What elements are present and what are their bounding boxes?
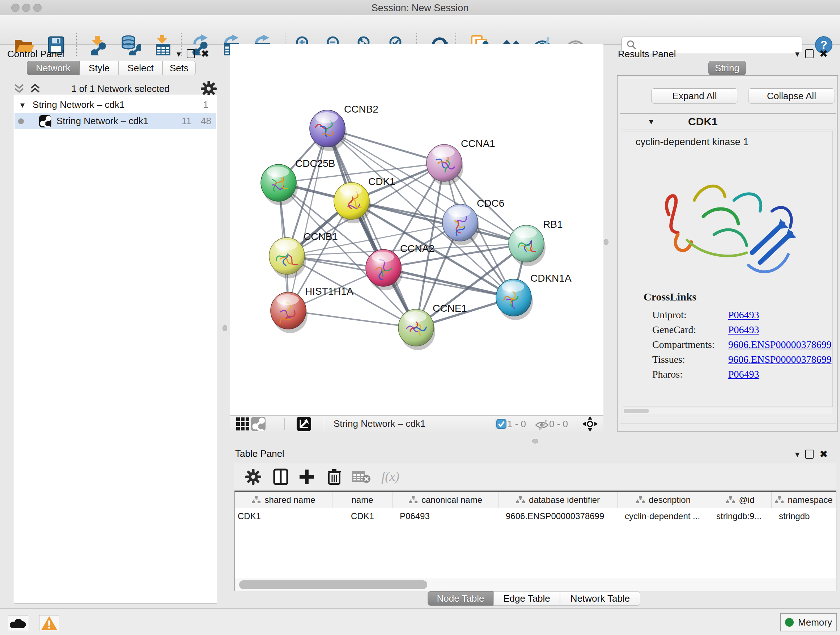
memory-button[interactable]: Memory	[780, 613, 837, 631]
column-header-database-identifier[interactable]: database identifier	[499, 492, 617, 508]
node-CCNB1[interactable]: CCNB1	[269, 231, 338, 279]
protein-header[interactable]: ▾ CDK1	[620, 114, 836, 130]
tab-edge-table[interactable]: Edge Table	[493, 591, 560, 606]
grid-view-icon[interactable]	[236, 417, 249, 431]
cloud-button[interactable]	[8, 615, 28, 631]
control-panel-title: Control Panel	[7, 49, 65, 60]
titlebar: Session: New Session	[0, 0, 840, 16]
network-collection-row[interactable]: ▾String Network – cdk11	[14, 97, 216, 113]
node-CDC6[interactable]: CDC6	[442, 198, 504, 245]
node-label-CCNA1: CCNA1	[461, 138, 495, 149]
close-panel-icon[interactable]: ✖	[819, 48, 828, 60]
column-header-namespace[interactable]: namespace	[772, 492, 836, 508]
shared-column-icon	[726, 496, 735, 504]
shared-column-icon	[516, 496, 525, 504]
column-label: shared name	[264, 495, 315, 505]
horizontal-splitter-handle[interactable]	[532, 439, 538, 443]
selected-checkbox-icon[interactable]	[496, 419, 507, 429]
birdseye-icon[interactable]	[583, 416, 598, 432]
column-header--id[interactable]: @id	[709, 492, 772, 508]
cytoscape-window: Session: New Session ? Control Panel ▾ ✖…	[0, 0, 840, 635]
crosslink-value[interactable]: 9606.ENSP00000378699	[728, 354, 831, 365]
network-tree: ▾String Network – cdk11String Network – …	[14, 95, 217, 604]
main-toolbar: ?	[0, 15, 840, 44]
crosslink-label: Uniprot:	[652, 309, 728, 321]
expand-collapse-box: Expand All Collapse All	[620, 78, 836, 113]
detach-view-icon[interactable]	[297, 417, 311, 431]
svg-text:f(x): f(x)	[381, 469, 399, 484]
node-label-HIST1H1A: HIST1H1A	[305, 286, 354, 297]
collapse-all-icon[interactable]	[14, 83, 25, 94]
toolbar-separator	[496, 418, 496, 430]
results-panel: Results Panel ▾ ✖ String Expand All Coll…	[614, 44, 840, 432]
node-HIST1H1A[interactable]: HIST1H1A	[271, 286, 354, 333]
close-panel-icon[interactable]: ✖	[819, 448, 828, 460]
edge-CCNB2-CCNE1[interactable]	[327, 128, 416, 328]
edge-HIST1H1A-CCNE1[interactable]	[288, 310, 416, 328]
crosslink-label: GeneCard:	[652, 324, 728, 336]
crosslink-value[interactable]: P06493	[728, 369, 759, 380]
float-panel-icon[interactable]	[805, 450, 813, 459]
tab-network-table[interactable]: Network Table	[560, 591, 640, 606]
collapse-all-button[interactable]: Collapse All	[748, 88, 835, 103]
network-view-title: String Network – cdk1	[333, 418, 425, 429]
node-CDKN1A[interactable]: CDKN1A	[496, 272, 572, 320]
delete-column-button[interactable]	[324, 468, 345, 486]
network-selection-bar: 1 of 1 Network selected	[14, 82, 217, 95]
column-header-shared-name[interactable]: shared name	[235, 492, 332, 508]
edge-CCNA2-CDKN1A[interactable]	[384, 268, 514, 298]
tab-network[interactable]: Network	[27, 61, 80, 75]
edge-count: 48	[201, 116, 211, 127]
crosslink-value[interactable]: 9606.ENSP00000378699	[728, 339, 831, 350]
node-CDK1[interactable]: CDK1	[334, 176, 395, 223]
tab-select[interactable]: Select	[118, 61, 163, 75]
network-row-selected[interactable]: String Network – cdk11148	[14, 113, 216, 129]
column-header-name[interactable]: name	[332, 492, 393, 508]
crosslink-value[interactable]: P06493	[728, 324, 759, 336]
collapse-tree-icon[interactable]: ▾	[20, 100, 25, 110]
collapse-panel-icon[interactable]: ▾	[795, 449, 799, 459]
tab-sets[interactable]: Sets	[163, 61, 196, 75]
network-label: String Network – cdk1	[57, 116, 148, 127]
column-header-canonical-name[interactable]: canonical name	[393, 492, 499, 508]
column-header-description[interactable]: description	[617, 492, 709, 508]
expand-all-icon[interactable]	[30, 83, 41, 94]
vertical-splitter-handle[interactable]	[223, 325, 227, 331]
table-row[interactable]: CDK1CDK1P064939606.ENSP00000378699cyclin…	[235, 508, 836, 524]
collapse-panel-icon[interactable]: ▾	[177, 49, 181, 59]
crosslink-row: Compartments:9606.ENSP00000378699	[652, 337, 826, 352]
results-splitter-handle[interactable]	[604, 239, 608, 245]
expand-all-button[interactable]: Expand All	[651, 88, 738, 103]
protein-details: cyclin-dependent kinase 1 CrossLinks Uni…	[623, 131, 833, 407]
tab-node-table[interactable]: Node Table	[428, 591, 493, 606]
collapse-section-icon[interactable]: ▾	[649, 117, 653, 127]
float-panel-icon[interactable]	[805, 49, 813, 58]
collapse-panel-icon[interactable]: ▾	[795, 49, 799, 59]
table-hscrollbar[interactable]	[235, 578, 836, 591]
node-label-CDKN1A: CDKN1A	[531, 272, 572, 284]
add-column-button[interactable]	[296, 468, 317, 486]
close-panel-icon[interactable]: ✖	[201, 48, 209, 60]
network-canvas[interactable]: CCNB2CCNA1CDC25BCDK1CDC6RB1CCNB1CCNA2CDK…	[230, 44, 603, 415]
crosslink-value[interactable]: P06493	[728, 309, 759, 321]
table-cell: CDK1	[332, 508, 393, 524]
tab-style[interactable]: Style	[80, 61, 118, 75]
collection-count: 1	[203, 99, 208, 111]
warnings-button[interactable]	[39, 615, 59, 631]
edge-CCNB2-HIST1H1A[interactable]	[288, 128, 327, 310]
node-label-CCNB1: CCNB1	[303, 231, 338, 242]
protein-name: CDK1	[688, 116, 718, 128]
tab-string[interactable]: String	[708, 61, 746, 75]
node-label-CCNA2: CCNA2	[400, 243, 434, 254]
gear-button[interactable]	[242, 468, 264, 486]
share-view-icon[interactable]	[251, 417, 265, 431]
split-columns-button[interactable]	[270, 468, 292, 486]
network-view-toolbar: String Network – cdk1 1 - 0 0 - 0	[230, 415, 603, 432]
scrollbar-thumb[interactable]	[239, 580, 427, 589]
control-panel-controls: ▾ ✖	[177, 48, 210, 60]
results-hscrollbar[interactable]	[623, 408, 832, 414]
node-label-CCNE1: CCNE1	[433, 302, 467, 314]
float-panel-icon[interactable]	[187, 49, 195, 58]
crosslinks-title: CrossLinks	[644, 291, 696, 303]
node-RB1[interactable]: RB1	[508, 219, 562, 266]
